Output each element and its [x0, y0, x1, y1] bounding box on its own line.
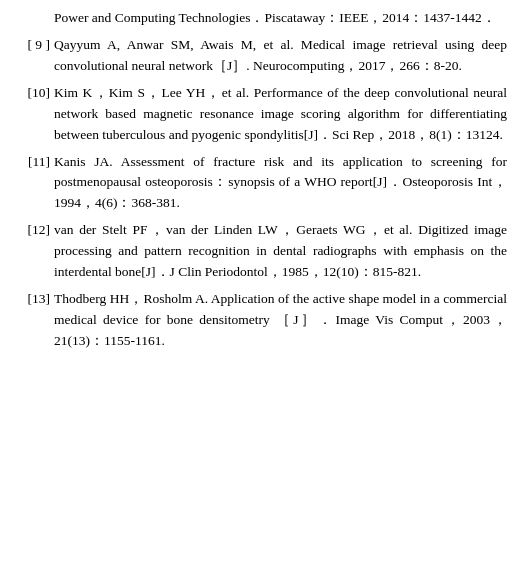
ref-number: [10] [18, 83, 54, 146]
list-item: [12] van der Stelt PF，van der Linden LW，… [18, 220, 507, 283]
ref-content: Thodberg HH，Rosholm A. Application of th… [54, 289, 507, 352]
list-item: [10] Kim K，Kim S，Lee YH，et al. Performan… [18, 83, 507, 146]
list-item: [11] Kanis JA. Assessment of fracture ri… [18, 152, 507, 215]
ref-number: [11] [18, 152, 54, 215]
ref-content: Qayyum A, Anwar SM, Awais M, et al. Medi… [54, 35, 507, 77]
ref-number: [ 9 ] [18, 35, 54, 77]
list-item: [ 9 ] Qayyum A, Anwar SM, Awais M, et al… [18, 35, 507, 77]
ref-number: [12] [18, 220, 54, 283]
list-item: [13] Thodberg HH，Rosholm A. Application … [18, 289, 507, 352]
references-list: Power and Computing Technologies．Piscata… [18, 8, 507, 352]
ref-content: van der Stelt PF，van der Linden LW，Gerae… [54, 220, 507, 283]
ref-content: Power and Computing Technologies．Piscata… [54, 8, 507, 29]
list-item: Power and Computing Technologies．Piscata… [18, 8, 507, 29]
ref-number [18, 8, 54, 29]
ref-number: [13] [18, 289, 54, 352]
ref-content: Kanis JA. Assessment of fracture risk an… [54, 152, 507, 215]
ref-content: Kim K，Kim S，Lee YH，et al. Performance of… [54, 83, 507, 146]
